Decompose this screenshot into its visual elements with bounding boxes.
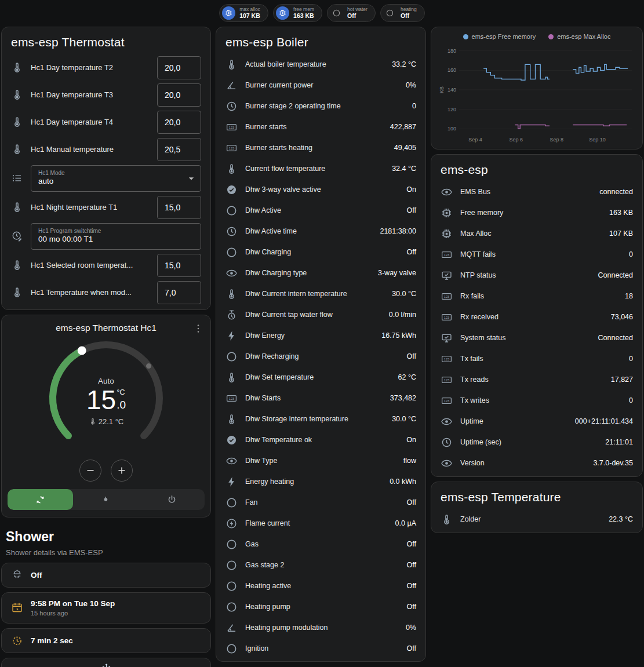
number-input[interactable]: 15,0 [157,196,201,219]
thermometer-icon [225,288,238,300]
entity-row[interactable]: Actual boiler temperature 33.2 °C [216,54,425,75]
entity-row[interactable]: Dhw Recharging Off [216,346,425,367]
entity-row[interactable]: Hc1 Program switchtime 00 mo 00:00 T1 [2,221,210,252]
text-input[interactable]: Hc1 Program switchtime 00 mo 00:00 T1 [31,223,201,250]
temp-increase-button[interactable] [111,460,133,482]
badge-chip[interactable]: hot water Off [327,4,376,22]
svg-text:123: 123 [229,146,234,150]
entity-row[interactable]: Uptime (sec) 21:11:01 [431,432,642,453]
entity-row[interactable]: Heating active Off [216,575,425,596]
entity-value: 0.0 l/min [389,311,416,319]
entity-row[interactable]: Hc1 Temperature when mod... 7,0 [2,279,210,306]
entity-row[interactable]: Heating pump modulation 0% [216,617,425,638]
entity-row[interactable]: 123 Tx reads 17,827 [431,369,642,390]
entity-row[interactable]: Dhw Set temperature 62 °C [216,367,425,388]
mode-select[interactable]: Hc1 Mode auto [31,165,201,192]
entity-row[interactable]: NTP status Connected [431,265,642,286]
entity-row[interactable]: 123 MQTT fails 0 [431,244,642,265]
entity-row[interactable]: System status Connected [431,327,642,348]
middle-column: ems-esp Boiler Actual boiler temperature… [216,27,426,666]
entity-row[interactable]: 123 Burner starts heating 49,405 [216,137,425,158]
entity-row[interactable]: Free memory 163 KB [431,202,642,223]
entity-row[interactable]: Dhw 3-way valve active On [216,179,425,200]
entity-row[interactable]: Gas Off [216,534,425,555]
hvac-mode-button[interactable] [73,489,139,510]
entity-row[interactable]: Dhw Current intern temperature 30.0 °C [216,283,425,304]
entity-row[interactable]: 123 Rx received 73,046 [431,307,642,327]
number-input[interactable]: 20,0 [157,83,201,107]
legend-max-alloc[interactable]: ems-esp Max Alloc [548,33,610,40]
entity-row[interactable]: Flame current 0.0 µA [216,513,425,534]
number-input[interactable]: 20,0 [157,111,201,134]
thermostat-dial[interactable]: Auto 15 °C .0 22.1 °C [39,338,173,458]
number-input[interactable]: 20,0 [157,56,201,79]
entity-row[interactable]: Hc1 Night temperature T1 15,0 [2,194,210,221]
entity-value: 30.0 °C [392,415,416,423]
number-input[interactable]: 20,5 [157,138,201,161]
badge-chip[interactable]: max alloc 107 KB [219,4,268,22]
entity-value: On [406,436,416,444]
entity-row[interactable]: Zolder 22.3 °C [431,509,642,530]
current-temperature: 22.1 °C [89,417,124,426]
card-title: ems-esp Thermostat [2,27,210,54]
number-input[interactable]: 7,0 [157,281,201,304]
entity-row[interactable]: Ignition Off [216,638,425,659]
entity-row[interactable]: Dhw Charging type 3-way valve [216,263,425,283]
more-menu-icon[interactable] [192,322,205,335]
circle-outline-icon [225,205,238,217]
badge-chip[interactable]: free mem 163 KB [273,4,322,22]
entity-row[interactable]: Dhw Energy 16.75 kWh [216,325,425,346]
shower-entity-card[interactable]: 9:58 PM on Tue 10 Sep 15 hours ago [1,592,211,624]
entity-row[interactable]: Hc1 Selected room temperat... 15,0 [2,252,210,279]
entity-row[interactable]: Burner current power 0% [216,75,425,96]
entity-row[interactable]: Dhw Current tap water flow 0.0 l/min [216,304,425,325]
hvac-mode-button[interactable] [139,489,205,510]
hvac-mode-button[interactable] [8,489,73,510]
entity-row[interactable]: Version 3.7.0-dev.35 [431,453,642,473]
clock-icon [225,100,238,112]
shower-icon [11,569,23,581]
entity-row[interactable]: 123 Dhw Starts 373,482 [216,388,425,409]
entity-row[interactable]: 123 Rx fails 18 [431,286,642,307]
entity-row[interactable]: Hc1 Manual temperature 20,5 [2,136,210,163]
entity-row[interactable]: Energy heating 0.0 kWh [216,471,425,492]
entity-row[interactable]: Dhw Type flow [216,450,425,471]
entity-row[interactable]: Heating pump Off [216,596,425,617]
entity-value: 16.75 kWh [381,331,416,340]
entity-row[interactable]: Current flow temperature 32.4 °C [216,158,425,179]
entity-row[interactable]: 123 Tx writes 0 [431,390,642,411]
entity-row[interactable]: Dhw Active time 2181:38:00 [216,221,425,242]
svg-text:120: 120 [447,107,456,112]
cold-water-card[interactable] [1,658,211,667]
angle-icon [225,79,238,92]
entity-value: 62 °C [398,373,416,381]
svg-text:123: 123 [444,294,449,298]
entity-row[interactable]: Hc1 Mode auto [2,163,210,194]
shower-entity-card[interactable]: 7 min 2 sec [1,628,211,653]
entity-row[interactable]: 123 Burner starts 422,887 [216,116,425,137]
badge-chip[interactable]: heating Off [380,4,425,22]
legend-free-memory[interactable]: ems-esp Free memory [463,33,536,40]
temp-decrease-button[interactable] [79,460,101,482]
entity-row[interactable]: Uptime 000+21:11:01.434 [431,411,642,432]
current-temp-value: 22.1 °C [99,417,124,426]
shower-entity-card[interactable]: Off [1,563,211,588]
entity-row[interactable]: Dhw Storage intern temperature 30.0 °C [216,409,425,429]
clock-icon [225,225,238,238]
entity-row[interactable]: Burner stage 2 operating time 0 [216,96,425,116]
entity-row[interactable]: Hc1 Day temperature T2 20,0 [2,54,210,81]
entity-row[interactable]: Dhw Temperature ok On [216,429,425,450]
flame-icon [100,494,111,505]
entity-row[interactable]: Hc1 Day temperature T3 20,0 [2,81,210,108]
entity-row[interactable]: Fan Off [216,492,425,513]
entity-row[interactable]: Dhw Charging Off [216,242,425,263]
entity-row[interactable]: 123 Tx fails 0 [431,348,642,369]
entity-label: Dhw 3-way valve active [245,185,399,194]
entity-row[interactable]: Dhw Active Off [216,200,425,221]
entity-label: Flame current [245,519,388,527]
entity-row[interactable]: Max Alloc 107 KB [431,223,642,244]
entity-row[interactable]: Hc1 Day temperature T4 20,0 [2,108,210,136]
entity-row[interactable]: Gas stage 2 Off [216,555,425,575]
entity-row[interactable]: EMS Bus connected [431,181,642,202]
number-input[interactable]: 15,0 [157,254,201,277]
